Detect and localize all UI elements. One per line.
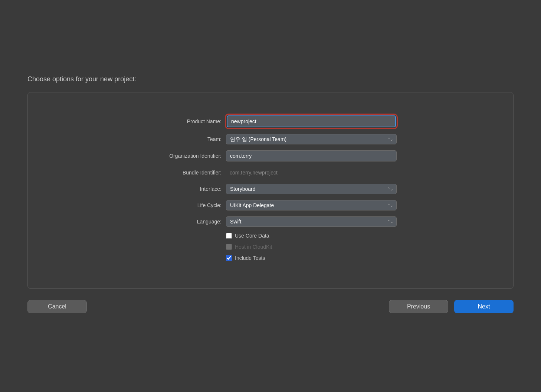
- lifecycle-row: Life Cycle: UIKit App Delegate UIKit Sce…: [144, 200, 397, 210]
- product-name-input[interactable]: [227, 115, 396, 127]
- lifecycle-select[interactable]: UIKit App Delegate UIKit Scene Delegate …: [226, 200, 397, 210]
- form-container: Product Name: Team: 연우 임 (Personal Team): [144, 115, 397, 266]
- product-name-row: Product Name:: [144, 115, 397, 128]
- dialog-panel: Product Name: Team: 연우 임 (Personal Team): [27, 92, 514, 289]
- team-label: Team:: [144, 136, 226, 142]
- team-select[interactable]: 연우 임 (Personal Team): [226, 134, 397, 144]
- bundle-identifier-label: Bundle Identifier:: [144, 170, 226, 176]
- product-name-control: [226, 115, 397, 128]
- footer-bar: Cancel Previous Next: [27, 296, 514, 317]
- previous-button[interactable]: Previous: [389, 300, 448, 313]
- language-label: Language:: [144, 219, 226, 225]
- language-control: Swift Objective-C: [226, 216, 397, 227]
- product-name-label: Product Name:: [144, 118, 226, 124]
- language-row: Language: Swift Objective-C: [144, 216, 397, 227]
- team-control: 연우 임 (Personal Team): [226, 134, 397, 144]
- interface-control: Storyboard SwiftUI: [226, 184, 397, 194]
- use-core-data-checkbox[interactable]: [226, 233, 232, 239]
- dialog-title: Choose options for your new project:: [27, 75, 514, 83]
- host-cloudkit-row: Host in CloudKit: [226, 244, 397, 250]
- include-tests-label: Include Tests: [235, 255, 265, 261]
- next-button[interactable]: Next: [454, 300, 514, 313]
- lifecycle-control: UIKit App Delegate UIKit Scene Delegate …: [226, 200, 397, 210]
- language-select[interactable]: Swift Objective-C: [226, 216, 397, 227]
- interface-label: Interface:: [144, 186, 226, 192]
- product-name-focus-ring: [226, 115, 397, 128]
- use-core-data-label: Use Core Data: [235, 233, 269, 239]
- lifecycle-select-wrapper: UIKit App Delegate UIKit Scene Delegate …: [226, 200, 397, 210]
- lifecycle-label: Life Cycle:: [144, 202, 226, 208]
- bundle-identifier-value: com.terry.newproject: [226, 167, 397, 178]
- bundle-identifier-control: com.terry.newproject: [226, 167, 397, 178]
- interface-row: Interface: Storyboard SwiftUI: [144, 184, 397, 194]
- org-identifier-row: Organization Identifier:: [144, 150, 397, 161]
- org-identifier-control: [226, 150, 397, 161]
- interface-select-wrapper: Storyboard SwiftUI: [226, 184, 397, 194]
- cancel-button[interactable]: Cancel: [27, 300, 87, 313]
- host-cloudkit-label: Host in CloudKit: [235, 244, 272, 250]
- use-core-data-row: Use Core Data: [226, 233, 397, 239]
- include-tests-checkbox[interactable]: [226, 255, 232, 261]
- team-row: Team: 연우 임 (Personal Team): [144, 134, 397, 144]
- org-identifier-label: Organization Identifier:: [144, 153, 226, 159]
- host-cloudkit-checkbox[interactable]: [226, 244, 232, 250]
- interface-select[interactable]: Storyboard SwiftUI: [226, 184, 397, 194]
- bundle-identifier-row: Bundle Identifier: com.terry.newproject: [144, 167, 397, 178]
- org-identifier-input[interactable]: [226, 150, 397, 161]
- include-tests-row: Include Tests: [226, 255, 397, 261]
- team-select-wrapper: 연우 임 (Personal Team): [226, 134, 397, 144]
- language-select-wrapper: Swift Objective-C: [226, 216, 397, 227]
- footer-right: Previous Next: [389, 300, 514, 313]
